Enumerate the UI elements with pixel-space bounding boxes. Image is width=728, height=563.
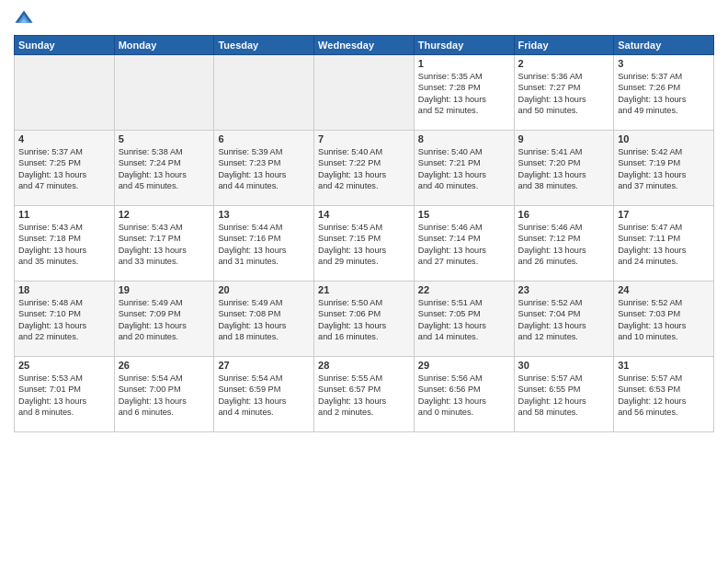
day-number: 9 bbox=[518, 133, 610, 144]
day-number: 17 bbox=[618, 209, 710, 220]
day-number: 11 bbox=[18, 209, 110, 220]
calendar-cell bbox=[114, 55, 214, 131]
day-info-line: Sunrise: 5:40 AM bbox=[318, 146, 410, 157]
week-row-1: 1Sunrise: 5:35 AMSunset: 7:28 PMDaylight… bbox=[15, 55, 714, 131]
day-info-line: Daylight: 13 hours bbox=[218, 245, 310, 256]
day-info-line: Sunrise: 5:36 AM bbox=[518, 71, 610, 82]
calendar-cell: 20Sunrise: 5:49 AMSunset: 7:08 PMDayligh… bbox=[214, 282, 314, 357]
day-info-line: and 2 minutes. bbox=[318, 407, 410, 418]
day-info-line: Sunset: 7:23 PM bbox=[218, 157, 310, 168]
day-number: 4 bbox=[18, 133, 110, 144]
day-info-line: Daylight: 13 hours bbox=[318, 245, 410, 256]
calendar-cell: 3Sunrise: 5:37 AMSunset: 7:26 PMDaylight… bbox=[614, 55, 714, 131]
calendar-cell bbox=[314, 55, 415, 131]
calendar-cell: 2Sunrise: 5:36 AMSunset: 7:27 PMDaylight… bbox=[514, 55, 614, 131]
day-info-line: Sunset: 7:19 PM bbox=[618, 157, 710, 168]
day-info-line: Daylight: 13 hours bbox=[518, 169, 610, 180]
day-info-line: Sunrise: 5:52 AM bbox=[618, 297, 710, 308]
day-info-line: Daylight: 13 hours bbox=[18, 169, 110, 180]
calendar-cell: 23Sunrise: 5:52 AMSunset: 7:04 PMDayligh… bbox=[514, 282, 614, 357]
day-info-line: Sunrise: 5:37 AM bbox=[618, 71, 710, 82]
week-row-5: 25Sunrise: 5:53 AMSunset: 7:01 PMDayligh… bbox=[15, 357, 714, 432]
calendar-cell: 27Sunrise: 5:54 AMSunset: 6:59 PMDayligh… bbox=[214, 357, 314, 432]
calendar: SundayMondayTuesdayWednesdayThursdayFrid… bbox=[14, 35, 714, 432]
day-number: 7 bbox=[318, 133, 410, 144]
day-info-line: Daylight: 13 hours bbox=[218, 169, 310, 180]
dow-header-monday: Monday bbox=[114, 36, 214, 55]
day-info-line: Sunset: 7:08 PM bbox=[218, 308, 310, 319]
calendar-cell: 4Sunrise: 5:37 AMSunset: 7:25 PMDaylight… bbox=[15, 131, 115, 206]
day-info-line: Daylight: 13 hours bbox=[18, 320, 110, 331]
day-info-line: Sunrise: 5:47 AM bbox=[618, 222, 710, 233]
dow-header-sunday: Sunday bbox=[15, 36, 115, 55]
day-info-line: Sunset: 6:59 PM bbox=[218, 384, 310, 395]
day-info-line: Daylight: 13 hours bbox=[618, 320, 710, 331]
day-info-line: and 27 minutes. bbox=[418, 256, 510, 267]
day-info-line: Daylight: 13 hours bbox=[418, 169, 510, 180]
calendar-cell: 11Sunrise: 5:43 AMSunset: 7:18 PMDayligh… bbox=[15, 206, 115, 282]
day-number: 26 bbox=[119, 360, 210, 371]
day-info-line: Sunset: 7:15 PM bbox=[318, 233, 410, 244]
day-info-line: Sunset: 7:09 PM bbox=[119, 308, 210, 319]
day-number: 25 bbox=[18, 360, 110, 371]
day-info-line: Sunrise: 5:42 AM bbox=[618, 146, 710, 157]
day-number: 3 bbox=[618, 58, 710, 69]
day-info-line: Sunrise: 5:49 AM bbox=[218, 297, 310, 308]
calendar-cell: 16Sunrise: 5:46 AMSunset: 7:12 PMDayligh… bbox=[514, 206, 614, 282]
day-info-line: Sunrise: 5:38 AM bbox=[119, 146, 210, 157]
day-number: 6 bbox=[218, 133, 310, 144]
calendar-cell: 1Sunrise: 5:35 AMSunset: 7:28 PMDaylight… bbox=[414, 55, 514, 131]
calendar-cell bbox=[214, 55, 314, 131]
day-info-line: Daylight: 13 hours bbox=[18, 396, 110, 407]
day-info-line: Sunrise: 5:52 AM bbox=[518, 297, 610, 308]
day-info-line: Daylight: 13 hours bbox=[119, 245, 210, 256]
day-number: 30 bbox=[518, 360, 610, 371]
day-info-line: Daylight: 13 hours bbox=[318, 396, 410, 407]
day-info-line: Sunrise: 5:41 AM bbox=[518, 146, 610, 157]
day-number: 29 bbox=[418, 360, 510, 371]
calendar-cell: 18Sunrise: 5:48 AMSunset: 7:10 PMDayligh… bbox=[15, 282, 115, 357]
day-info-line: Sunset: 7:16 PM bbox=[218, 233, 310, 244]
dow-header-tuesday: Tuesday bbox=[214, 36, 314, 55]
day-info-line: and 22 minutes. bbox=[18, 331, 110, 342]
day-number: 22 bbox=[418, 284, 510, 295]
day-info-line: and 26 minutes. bbox=[518, 256, 610, 267]
calendar-cell: 7Sunrise: 5:40 AMSunset: 7:22 PMDaylight… bbox=[314, 131, 415, 206]
day-number: 23 bbox=[518, 284, 610, 295]
day-info-line: Sunset: 7:21 PM bbox=[418, 157, 510, 168]
page: SundayMondayTuesdayWednesdayThursdayFrid… bbox=[0, 0, 728, 563]
day-info-line: Sunset: 7:01 PM bbox=[18, 384, 110, 395]
day-info-line: Daylight: 13 hours bbox=[18, 245, 110, 256]
calendar-cell: 26Sunrise: 5:54 AMSunset: 7:00 PMDayligh… bbox=[114, 357, 214, 432]
calendar-cell: 31Sunrise: 5:57 AMSunset: 6:53 PMDayligh… bbox=[614, 357, 714, 432]
calendar-cell: 9Sunrise: 5:41 AMSunset: 7:20 PMDaylight… bbox=[514, 131, 614, 206]
calendar-cell: 25Sunrise: 5:53 AMSunset: 7:01 PMDayligh… bbox=[15, 357, 115, 432]
calendar-cell: 5Sunrise: 5:38 AMSunset: 7:24 PMDaylight… bbox=[114, 131, 214, 206]
day-number: 15 bbox=[418, 209, 510, 220]
day-info-line: and 16 minutes. bbox=[318, 331, 410, 342]
day-info-line: Sunrise: 5:43 AM bbox=[18, 222, 110, 233]
day-info-line: and 12 minutes. bbox=[518, 331, 610, 342]
day-number: 28 bbox=[318, 360, 410, 371]
day-info-line: and 24 minutes. bbox=[618, 256, 710, 267]
day-info-line: and 29 minutes. bbox=[318, 256, 410, 267]
day-number: 2 bbox=[518, 58, 610, 69]
day-info-line: and 4 minutes. bbox=[218, 407, 310, 418]
day-info-line: Sunset: 7:25 PM bbox=[18, 157, 110, 168]
day-info-line: Sunset: 7:28 PM bbox=[418, 82, 510, 93]
day-number: 14 bbox=[318, 209, 410, 220]
day-info-line: Daylight: 13 hours bbox=[618, 169, 710, 180]
day-info-line: Sunrise: 5:55 AM bbox=[318, 373, 410, 384]
day-info-line: Daylight: 13 hours bbox=[218, 396, 310, 407]
day-info-line: Sunrise: 5:53 AM bbox=[18, 373, 110, 384]
day-info-line: Sunset: 7:11 PM bbox=[618, 233, 710, 244]
day-info-line: and 49 minutes. bbox=[618, 105, 710, 116]
day-info-line: Sunset: 7:22 PM bbox=[318, 157, 410, 168]
day-info-line: Daylight: 13 hours bbox=[119, 396, 210, 407]
day-info-line: Sunset: 6:53 PM bbox=[618, 384, 710, 395]
day-info-line: Sunrise: 5:57 AM bbox=[618, 373, 710, 384]
day-info-line: Sunrise: 5:56 AM bbox=[418, 373, 510, 384]
day-info-line: Daylight: 13 hours bbox=[418, 245, 510, 256]
calendar-cell: 17Sunrise: 5:47 AMSunset: 7:11 PMDayligh… bbox=[614, 206, 714, 282]
day-info-line: Daylight: 13 hours bbox=[618, 94, 710, 105]
